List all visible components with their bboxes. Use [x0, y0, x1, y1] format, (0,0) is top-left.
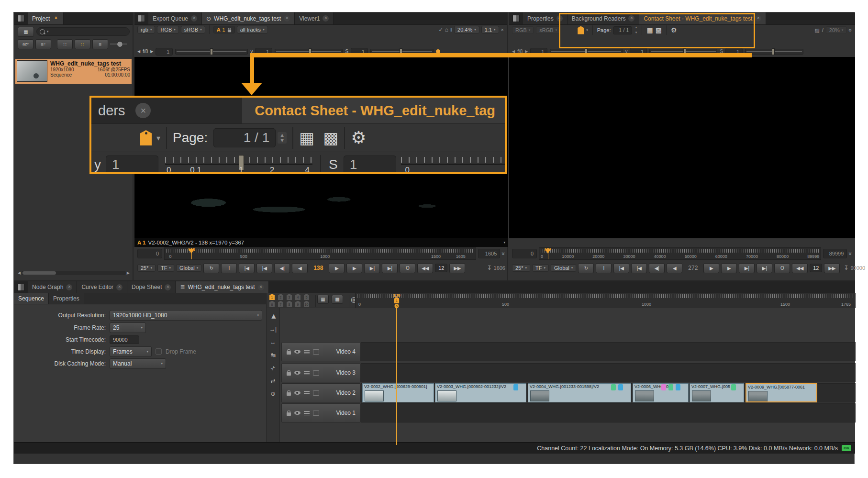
close-icon[interactable]: × — [323, 15, 329, 22]
export-icon[interactable]: ↧ — [844, 265, 848, 271]
scroll-right-icon[interactable]: ▶ — [127, 271, 130, 275]
tag-marker-9[interactable]: 9 — [295, 301, 300, 307]
razor-tool[interactable]: ✂ — [266, 361, 280, 375]
timeline-ruler[interactable]: 0 500 1000 1500 1765 138 1 A — [355, 293, 856, 308]
grid-inspect-button[interactable]: ▩ — [332, 295, 343, 304]
layers-icon[interactable] — [304, 371, 310, 375]
lock-icon[interactable] — [287, 372, 291, 376]
tag-green-icon[interactable] — [731, 384, 736, 390]
wipe-check-icon[interactable]: ✓ — [438, 27, 443, 33]
visibility-icon[interactable] — [294, 391, 300, 395]
output-resolution-dropdown[interactable]: 1920x1080 HD_1080▾ — [110, 310, 262, 321]
gain-input[interactable]: 1 — [156, 48, 173, 56]
timeline-clip[interactable]: V2-0002_WHG.[000629-000901] — [362, 383, 434, 402]
project-hscrollbar[interactable]: ◀ ▶ — [15, 270, 133, 276]
fast-forward-button[interactable]: ▶▶ — [449, 263, 465, 273]
slide-tool[interactable]: ↔ — [268, 337, 278, 347]
compare-slash-icon[interactable]: / — [822, 27, 823, 33]
out-point-field[interactable]: 1605 — [478, 249, 500, 258]
timeline-clip[interactable]: V2-0004_WHG.[001233-001598]/V2 — [528, 383, 631, 402]
close-icon[interactable]: × — [116, 284, 122, 290]
stop-button[interactable]: O — [774, 263, 790, 273]
channel-dropdown[interactable]: rgb▾ — [137, 26, 155, 33]
tag-marker-10[interactable]: 10 — [304, 301, 309, 307]
goto-end-button[interactable]: ▶| — [382, 263, 398, 273]
input-ab-selector[interactable]: A 1 — [213, 26, 235, 33]
search-field[interactable]: ▾ — [36, 27, 130, 36]
frame-step-field[interactable]: 12 — [810, 264, 822, 272]
prev-edit-button[interactable]: |◀ — [631, 263, 647, 273]
close-icon[interactable]: × — [165, 284, 171, 290]
collapse-chevron-icon[interactable]: » — [847, 29, 854, 32]
play-clip-button[interactable]: ▶ — [721, 263, 737, 273]
close-icon[interactable]: × — [191, 15, 197, 22]
goto-start-button[interactable]: |◀ — [613, 263, 629, 273]
tag-icon[interactable] — [140, 130, 152, 145]
monitor-icon[interactable] — [313, 411, 319, 416]
tag-marker-3[interactable]: 3 — [287, 294, 292, 300]
close-icon[interactable]: × — [284, 15, 290, 22]
loop-mode-button[interactable]: ↻ — [203, 263, 219, 273]
view-grid-list-button[interactable]: ∷ — [75, 39, 90, 49]
in-mark-button[interactable]: I — [221, 263, 237, 273]
panel-menu-icon[interactable] — [17, 284, 24, 291]
play-clip-button[interactable]: ▶ — [346, 263, 362, 273]
tag-marker-5[interactable]: 5 — [304, 294, 309, 300]
range-dropdown[interactable]: Global▾ — [176, 264, 201, 272]
timeline-clip[interactable]: V2-0009_WHG.[005877-0061 — [746, 383, 817, 402]
tag-green-icon[interactable] — [668, 384, 673, 390]
tab-export-queue[interactable]: Export Queue × — [148, 12, 202, 24]
gear-icon[interactable]: ⚙ — [351, 128, 366, 148]
fast-backward-button[interactable]: ◀◀ — [417, 263, 433, 273]
select-tool[interactable]: ▶ — [268, 311, 278, 322]
tag-dropdown-icon[interactable]: ▾ — [156, 133, 160, 143]
tracks-dropdown[interactable]: all tracks▾ — [237, 26, 268, 33]
grid-toggle-button[interactable]: ▦ — [18, 27, 34, 37]
close-icon[interactable]: × — [135, 103, 151, 118]
visibility-icon[interactable] — [294, 371, 300, 375]
thumb-size-slider[interactable] — [110, 41, 130, 47]
tag-blue-icon[interactable] — [513, 384, 518, 390]
frame-ruler[interactable]: 0100002000030000400005000060000700008000… — [539, 247, 821, 260]
close-icon[interactable]: × — [755, 15, 761, 22]
step-back-button[interactable]: ◀| — [274, 263, 290, 273]
saturation-input[interactable]: 1 — [344, 156, 396, 174]
callout-active-tab[interactable]: Contact Sheet - WHG_edit_nuke_tag — [242, 98, 505, 123]
trim-tool[interactable]: ↹ — [268, 350, 278, 360]
track-lane-4[interactable] — [361, 342, 856, 361]
tab-node-graph[interactable]: Node Graph× — [28, 281, 77, 293]
page-field[interactable]: 1 / 1 — [213, 128, 276, 147]
scroll-handle[interactable] — [22, 271, 56, 275]
close-controls-icon[interactable]: × — [501, 27, 505, 33]
tag-marker-1[interactable]: 1 — [269, 294, 275, 300]
panel-menu-icon[interactable] — [17, 15, 24, 22]
layers-icon[interactable] — [304, 350, 310, 354]
track-header-video-3[interactable]: Video 3 — [281, 363, 361, 382]
fps-dropdown[interactable]: 25*▾ — [512, 264, 530, 272]
close-icon[interactable]: × — [66, 284, 72, 290]
zoom-dropdown[interactable]: 20.4%▾ — [454, 26, 479, 33]
pixel-aspect-dropdown[interactable]: 1:1▾ — [481, 26, 499, 33]
disk-caching-dropdown[interactable]: Manual▾ — [110, 358, 166, 369]
roll-tool[interactable]: ⇄ — [268, 376, 278, 386]
view-grid-button[interactable]: ∷ — [57, 39, 73, 49]
frame-step-field[interactable]: 12 — [435, 264, 447, 272]
wipe-icon[interactable]: ▨ — [814, 27, 819, 33]
layers-icon[interactable] — [304, 411, 310, 415]
layers-icon[interactable] — [304, 391, 310, 395]
scroll-left-icon[interactable]: ◀ — [18, 271, 21, 275]
next-icon[interactable]: ▶ — [150, 49, 153, 54]
track-header-video-1[interactable]: Video 1 — [281, 403, 361, 422]
monitor-icon[interactable] — [313, 349, 319, 355]
export-icon[interactable]: ↧ — [487, 265, 491, 271]
play-backward-button[interactable]: ◀ — [292, 263, 308, 273]
tab-curve-editor[interactable]: Curve Editor× — [77, 281, 127, 293]
move-tool[interactable]: →| — [268, 324, 278, 334]
tag-blue-icon[interactable] — [676, 384, 680, 390]
grid-view-button[interactable]: ▦ — [317, 295, 329, 304]
gamma-slider[interactable]: 0 0.1 1 2 4 — [165, 154, 312, 174]
goto-start-button[interactable]: |◀ — [239, 263, 255, 273]
subtab-sequence[interactable]: Sequence — [14, 293, 49, 304]
visibility-icon[interactable] — [294, 411, 300, 415]
in-point-field[interactable]: 0 — [512, 249, 537, 258]
